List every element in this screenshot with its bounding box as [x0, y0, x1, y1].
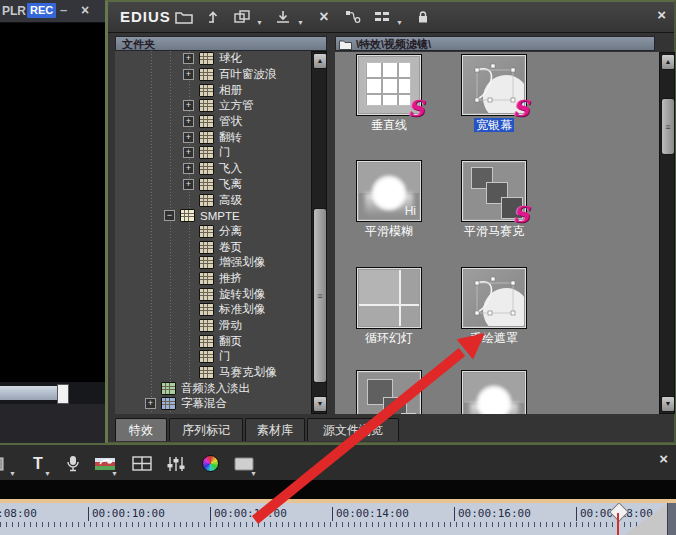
dropdown-caret-icon[interactable]: ▼	[111, 470, 119, 480]
effect-folder-icon	[199, 319, 214, 332]
edius-logo: EDIUS	[120, 8, 171, 25]
expander-icon	[183, 320, 194, 331]
table-grid-icon[interactable]	[131, 453, 153, 475]
effects-grid: S 垂直线 S 宽银幕 Hi 平滑模糊 S 平	[335, 52, 659, 414]
timeline-ruler[interactable]: 00:00:08:00 00:00:10:00 00:00:12:00 00:0…	[0, 503, 676, 535]
scroll-up-icon[interactable]: ▲	[661, 54, 675, 70]
scroll-up-icon[interactable]: ▲	[313, 53, 327, 69]
tree-item[interactable]: +翻转	[115, 129, 311, 145]
up-folder-icon[interactable]	[203, 7, 223, 27]
tree-item[interactable]: +百叶窗波浪	[115, 67, 311, 83]
dropdown-caret-icon[interactable]: ▼	[44, 470, 52, 480]
tree-item[interactable]: 马赛克划像	[115, 365, 311, 381]
effect-item[interactable]: S 平滑马赛克	[454, 160, 534, 239]
player-titlebar: PLR REC – ×	[0, 0, 110, 23]
expander-icon	[145, 383, 156, 394]
tab-source-browser[interactable]: 源文件浏览	[307, 418, 399, 441]
grid-scrollbar[interactable]: ▲ ≡ ▼	[659, 52, 675, 414]
dropdown-caret-icon[interactable]: ▼	[297, 19, 305, 29]
tree-item[interactable]: 标准划像	[115, 302, 311, 318]
tree-item[interactable]: +飞离	[115, 177, 311, 193]
expander-icon[interactable]: +	[183, 179, 194, 190]
player-video-area	[0, 23, 107, 382]
title-folder-icon	[161, 397, 176, 410]
tree-item[interactable]: 卷页	[115, 239, 311, 255]
effect-item[interactable]: 循环幻灯	[349, 267, 429, 346]
timecode-label: 00:00:10:00	[88, 507, 165, 521]
tree-item[interactable]: 增强划像	[115, 255, 311, 271]
tree-item-label: 标准划像	[219, 302, 265, 317]
dropdown-caret-icon[interactable]: ▼	[9, 470, 17, 480]
tree-item[interactable]: −SMPTE	[115, 208, 311, 224]
tree-item[interactable]: 相册	[115, 82, 311, 98]
tree-item[interactable]: +球化	[115, 51, 311, 67]
player-tab-rec[interactable]: REC	[27, 3, 56, 18]
tree-item[interactable]: 旋转划像	[115, 286, 311, 302]
open-folder-icon[interactable]	[174, 7, 194, 27]
expander-icon[interactable]: +	[183, 69, 194, 80]
tree-item-label: 马赛克划像	[219, 365, 277, 380]
duplicate-icon[interactable]	[232, 7, 252, 27]
scroll-down-icon[interactable]: ▼	[661, 396, 675, 412]
tree-item[interactable]: +字幕混合	[115, 396, 311, 412]
expander-icon[interactable]: +	[183, 53, 194, 64]
expander-icon[interactable]: +	[183, 147, 194, 158]
expander-icon[interactable]: +	[145, 398, 156, 409]
tree-scrollbar[interactable]: ▲ ≡ ▼	[311, 51, 327, 414]
audio-mixer-icon[interactable]	[165, 453, 187, 475]
dropdown-caret-icon[interactable]: ▼	[250, 470, 258, 480]
player-minimize-button[interactable]: –	[60, 2, 67, 17]
tab-bin[interactable]: 素材库	[245, 418, 305, 441]
effect-folder-icon	[199, 146, 214, 159]
expander-icon[interactable]: +	[183, 132, 194, 143]
expander-icon[interactable]: +	[183, 163, 194, 174]
tree-item[interactable]: 门	[115, 349, 311, 365]
dropdown-caret-icon[interactable]: ▼	[256, 19, 264, 29]
tree-item-label: 飞入	[219, 161, 242, 176]
tree-item[interactable]: 翻页	[115, 333, 311, 349]
lock-icon[interactable]	[413, 7, 433, 27]
dropdown-caret-icon[interactable]: ▼	[396, 19, 404, 29]
path-bar[interactable]: \特效\视频滤镜\	[335, 36, 655, 51]
bezier-node-icon[interactable]	[343, 7, 363, 27]
tab-sequence-marks[interactable]: 序列标记	[169, 418, 243, 441]
tree-scrollbar-thumb[interactable]: ≡	[313, 208, 327, 383]
tree-item-label: SMPTE	[200, 210, 240, 222]
player-tab-plr[interactable]: PLR	[2, 4, 26, 18]
color-correction-icon[interactable]	[199, 453, 221, 475]
expander-icon[interactable]: +	[183, 100, 194, 111]
tree-item[interactable]: 分离	[115, 224, 311, 240]
tree-item[interactable]: 滑动	[115, 318, 311, 334]
palette-close-button[interactable]: ×	[657, 6, 666, 23]
tree-item-label: 百叶窗波浪	[219, 67, 277, 82]
expander-icon[interactable]: −	[164, 210, 175, 221]
player-close-button[interactable]: ×	[81, 2, 89, 18]
tree-item[interactable]: +管状	[115, 114, 311, 130]
player-scrubber-track[interactable]	[0, 382, 107, 404]
tab-effects[interactable]: 特效	[115, 418, 167, 441]
delete-icon[interactable]: ×	[314, 7, 334, 27]
tree-item[interactable]: 音频淡入淡出	[115, 380, 311, 396]
tree-item[interactable]: +门	[115, 145, 311, 161]
expander-icon[interactable]: +	[183, 116, 194, 127]
tree-item[interactable]: +立方管	[115, 98, 311, 114]
effect-item-selected[interactable]: S 宽银幕	[454, 54, 534, 133]
scroll-down-icon[interactable]: ▼	[313, 396, 327, 412]
tree-item[interactable]: 推挤	[115, 271, 311, 287]
player-scrubber-handle[interactable]	[57, 384, 69, 404]
tree-item[interactable]: +飞入	[115, 161, 311, 177]
effect-item[interactable]: S 垂直线	[349, 54, 429, 133]
expander-icon	[183, 226, 194, 237]
effect-item[interactable]: 手绘遮罩	[454, 267, 534, 346]
import-icon[interactable]	[273, 7, 293, 27]
microphone-icon[interactable]	[62, 453, 84, 475]
view-mode-icon[interactable]	[372, 7, 392, 27]
timeline-close-button[interactable]: ×	[659, 450, 668, 467]
effect-item-partial[interactable]	[349, 370, 429, 414]
grid-scrollbar-thumb[interactable]: ≡	[661, 98, 675, 155]
palette-titlebar[interactable]: EDIUS ▼ ▼ ×	[108, 2, 674, 33]
effect-item-partial[interactable]	[454, 370, 534, 414]
expander-icon	[183, 289, 194, 300]
tree-item[interactable]: 高级	[115, 192, 311, 208]
effect-item[interactable]: Hi 平滑模糊	[349, 160, 429, 239]
